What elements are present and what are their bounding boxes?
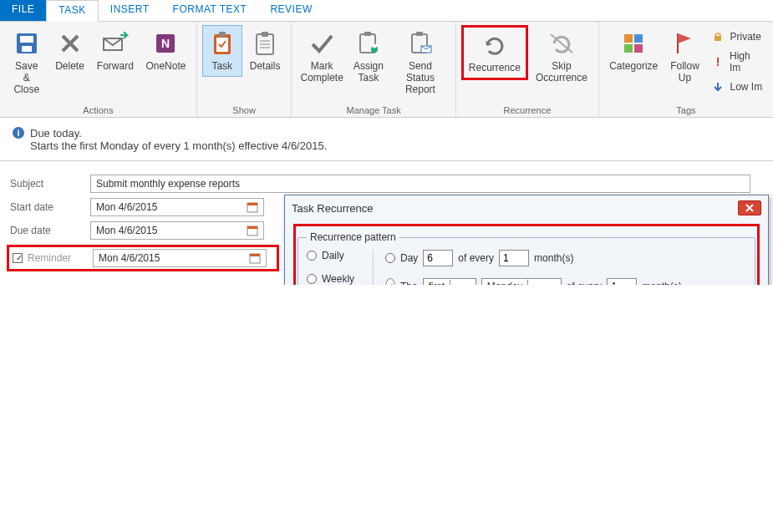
tab-bar: FILE TASK INSERT FORMAT TEXT REVIEW: [0, 0, 773, 22]
check-icon: [308, 29, 336, 58]
send-status-button[interactable]: Send Status Report: [390, 25, 450, 99]
day-option-label: Day: [400, 252, 418, 264]
recurrence-icon: [481, 31, 509, 59]
forward-label: Forward: [97, 61, 134, 73]
start-date-value: Mon 4/6/2015: [96, 201, 157, 213]
low-importance-icon: [711, 80, 725, 94]
recurrence-pattern-group: Recurrence pattern Daily Weekly Monthly …: [298, 231, 755, 285]
svg-rect-8: [219, 32, 226, 37]
close-icon: [745, 204, 755, 212]
svg-rect-23: [624, 44, 633, 53]
group-tags: Categorize Follow Up Private ! High Im: [599, 22, 773, 117]
calendar-icon[interactable]: [249, 252, 261, 264]
svg-point-17: [372, 44, 376, 48]
forward-button[interactable]: Forward: [92, 25, 140, 77]
daily-label: Daily: [322, 250, 344, 261]
low-importance-label: Low Im: [730, 81, 762, 93]
subject-input[interactable]: Submit monthly expense reports: [90, 175, 750, 193]
svg-text:i: i: [17, 128, 19, 138]
save-close-button[interactable]: Save & Close: [5, 25, 48, 99]
day-months-suffix: month(s): [534, 252, 573, 264]
details-icon: [251, 29, 279, 58]
group-manage-label: Manage Task: [297, 104, 450, 115]
task-icon: [208, 29, 236, 58]
daily-radio[interactable]: Daily: [307, 250, 366, 261]
mark-complete-button[interactable]: Mark Complete: [297, 25, 347, 89]
assign-icon: [354, 29, 383, 58]
onenote-label: OneNote: [145, 61, 186, 73]
svg-rect-10: [262, 32, 268, 37]
the-option-radio[interactable]: [385, 278, 395, 285]
high-importance-icon: !: [711, 55, 725, 68]
info-icon: i: [12, 126, 25, 139]
due-date-input[interactable]: Mon 4/6/2015: [90, 221, 264, 240]
chevron-down-icon: ▾: [527, 280, 539, 285]
low-importance-button[interactable]: Low Im: [708, 79, 766, 95]
task-label: Task: [211, 61, 232, 73]
follow-up-label: Follow Up: [670, 61, 699, 84]
skip-occurrence-button[interactable]: Skip Occurrence: [530, 25, 593, 89]
calendar-icon[interactable]: [247, 225, 258, 236]
assign-task-button[interactable]: Assign Task: [348, 25, 389, 89]
info-line1: Due today.: [30, 127, 82, 139]
group-show-label: Show: [202, 104, 287, 115]
recurrence-label: Recurrence: [469, 63, 521, 74]
group-recurrence: Recurrence Skip Occurrence Recurrence: [456, 22, 599, 117]
svg-rect-22: [634, 34, 643, 43]
group-actions-label: Actions: [5, 104, 191, 115]
save-close-label: Save & Close: [11, 61, 43, 95]
assign-task-label: Assign Task: [353, 61, 384, 84]
svg-text:!: !: [716, 56, 720, 68]
day-option-radio[interactable]: [385, 253, 395, 263]
svg-rect-30: [247, 203, 257, 205]
follow-up-button[interactable]: Follow Up: [664, 25, 704, 89]
tab-file[interactable]: FILE: [0, 0, 46, 21]
tab-task[interactable]: TASK: [46, 0, 98, 22]
send-status-icon: [406, 29, 435, 58]
onenote-button[interactable]: N OneNote: [140, 25, 191, 77]
mark-complete-label: Mark Complete: [301, 61, 343, 84]
weekly-radio[interactable]: Weekly: [307, 273, 366, 285]
delete-button[interactable]: Delete: [50, 25, 90, 77]
skip-icon: [547, 29, 576, 58]
chevron-down-icon: ▾: [450, 280, 461, 285]
ordinal-select[interactable]: first▾: [423, 278, 476, 285]
svg-text:N: N: [161, 37, 170, 50]
svg-rect-15: [364, 32, 371, 36]
calendar-icon[interactable]: [247, 201, 258, 213]
tab-insert[interactable]: INSERT: [99, 0, 161, 21]
reminder-checkbox[interactable]: [13, 253, 23, 263]
task-recurrence-dialog: Task Recurrence Recurrence pattern Daily…: [284, 195, 769, 285]
recurrence-button[interactable]: Recurrence: [461, 25, 528, 80]
reminder-date-input[interactable]: Mon 4/6/2015: [93, 249, 267, 267]
send-status-label: Send Status Report: [396, 61, 445, 95]
weekly-label: Weekly: [322, 273, 354, 285]
the-months-input[interactable]: [607, 278, 637, 285]
svg-rect-24: [634, 44, 643, 53]
high-importance-button[interactable]: ! High Im: [708, 48, 766, 75]
day-of-text: of every: [458, 252, 494, 264]
info-bar: i Due today. Starts the first Monday of …: [0, 118, 773, 161]
dialog-close-button[interactable]: [738, 200, 761, 215]
private-button[interactable]: Private: [708, 28, 766, 45]
task-button[interactable]: Task: [202, 25, 242, 77]
tab-format-text[interactable]: FORMAT TEXT: [161, 0, 259, 21]
start-date-label: Start date: [7, 201, 90, 213]
recurrence-pattern-legend: Recurrence pattern: [307, 231, 399, 243]
day-number-input[interactable]: [423, 250, 453, 266]
svg-rect-25: [715, 36, 721, 41]
svg-rect-21: [624, 34, 633, 43]
private-label: Private: [730, 31, 760, 43]
skip-label: Skip Occurrence: [536, 61, 587, 84]
details-button[interactable]: Details: [244, 25, 287, 77]
day-months-input[interactable]: [499, 250, 529, 266]
start-date-input[interactable]: Mon 4/6/2015: [90, 198, 264, 216]
dayofweek-select[interactable]: Monday▾: [481, 278, 562, 285]
ordinal-value: first: [429, 281, 445, 285]
the-months-suffix: month(s): [642, 281, 681, 285]
subject-label: Subject: [7, 178, 90, 190]
svg-rect-2: [22, 46, 32, 52]
svg-rect-34: [250, 254, 260, 256]
categorize-button[interactable]: Categorize: [604, 25, 664, 77]
tab-review[interactable]: REVIEW: [258, 0, 323, 21]
